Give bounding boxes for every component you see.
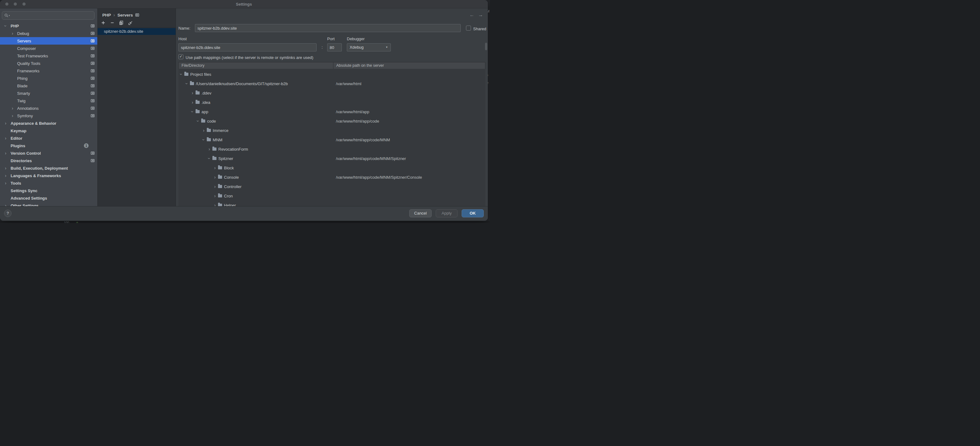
chevron-icon[interactable] [213, 185, 216, 188]
mapping-row-mnm[interactable]: MNM /var/www/html/app/code/MNM [178, 135, 485, 144]
chevron-icon[interactable] [197, 119, 200, 123]
sidebar-item-annotations[interactable]: Annotations [0, 105, 97, 112]
zoom-window-button[interactable] [22, 3, 25, 6]
sidebar-item-settings-sync[interactable]: Settings Sync [0, 187, 97, 194]
sidebar-item-test-frameworks[interactable]: Test Frameworks [0, 52, 97, 60]
chevron-icon[interactable] [208, 148, 211, 151]
chevron-icon[interactable] [202, 129, 205, 132]
port-input[interactable] [327, 43, 342, 51]
chevron-icon[interactable] [4, 204, 7, 206]
sidebar-item-blade[interactable]: Blade [0, 82, 97, 89]
sidebar-item-other-settings[interactable]: Other Settings [0, 202, 97, 206]
chevron-icon[interactable] [4, 182, 7, 185]
copy-icon[interactable] [119, 20, 124, 25]
server-list-item-spitzner-b2b-ddev-site[interactable]: spitzner-b2b.ddev.site [98, 28, 176, 35]
chevron-icon[interactable] [4, 24, 7, 27]
remove-icon[interactable] [110, 20, 115, 25]
cancel-button[interactable]: Cancel [409, 209, 432, 217]
chevron-icon[interactable] [4, 137, 7, 140]
help-button[interactable]: ? [4, 210, 11, 217]
sidebar-item-debug[interactable]: Debug [0, 30, 97, 37]
add-icon[interactable] [101, 20, 106, 25]
mapping-row-idea[interactable]: .idea [178, 98, 485, 107]
sidebar-item-version-control[interactable]: Version Control [0, 150, 97, 157]
sidebar-item-tools[interactable]: Tools [0, 179, 97, 187]
chevron-icon[interactable] [213, 194, 216, 198]
mapping-local-path: .idea [202, 100, 210, 105]
sidebar-item-symfony[interactable]: Symfony [0, 112, 97, 119]
sidebar-item-directories[interactable]: Directories [0, 157, 97, 164]
back-arrow-icon[interactable]: ← [469, 12, 474, 18]
sidebar-item-languages-frameworks[interactable]: Languages & Frameworks [0, 172, 97, 179]
import-icon[interactable] [128, 20, 133, 25]
sidebar-item-php[interactable]: PHP [0, 22, 97, 30]
folder-icon [196, 110, 200, 113]
breadcrumb-parent[interactable]: PHP [102, 13, 111, 18]
sidebar-item-quality-tools[interactable]: Quality Tools [0, 60, 97, 67]
sidebar-item-plugins[interactable]: Plugins 1 [0, 142, 97, 150]
mapping-row-users-danielknudsen-documents-git-spitzner-b2b[interactable]: /Users/danielknudsen/Documents/GIT/spitz… [178, 79, 485, 88]
sidebar-item-editor[interactable]: Editor [0, 134, 97, 142]
chevron-icon[interactable] [4, 151, 7, 155]
chevron-icon[interactable] [4, 122, 7, 125]
use-path-mappings-checkbox[interactable]: ✓ [178, 54, 183, 59]
chevron-icon[interactable] [185, 82, 188, 85]
chevron-icon[interactable] [213, 166, 216, 169]
sidebar-item-build-execution-deployment[interactable]: Build, Execution, Deployment [0, 164, 97, 172]
mapping-row-controller[interactable]: Controller [178, 182, 485, 191]
ok-button[interactable]: OK [461, 209, 484, 217]
chevron-icon[interactable] [191, 101, 194, 104]
sidebar-item-frameworks[interactable]: Frameworks [0, 67, 97, 75]
sidebar-item-phing[interactable]: Phing [0, 75, 97, 82]
mapping-row-code[interactable]: code /var/www/html/app/code [178, 116, 485, 126]
search-input[interactable] [11, 13, 86, 18]
chevron-icon[interactable] [11, 32, 14, 35]
dialog-footer: ? Cancel Apply OK [0, 206, 488, 221]
mapping-row-spitzner[interactable]: Spitzner /var/www/html/app/code/MNM/Spit… [178, 154, 485, 163]
mapping-row-cron[interactable]: Cron [178, 191, 485, 201]
mapping-row-block[interactable]: Block [178, 163, 485, 172]
mapping-row-helper[interactable]: Helper [178, 201, 485, 206]
chevron-icon[interactable] [213, 175, 216, 179]
mapping-row-project-files[interactable]: Project files [178, 70, 485, 79]
mapping-row-console[interactable]: Console /var/www/html/app/code/MNM/Spitz… [178, 172, 485, 182]
chevron-icon[interactable] [180, 73, 183, 76]
mapping-row-revocationform[interactable]: RevocationForm [178, 144, 485, 154]
mapping-row-app[interactable]: app /var/www/html/app [178, 107, 485, 116]
forward-arrow-icon[interactable]: → [478, 12, 483, 18]
chevron-icon[interactable] [11, 114, 14, 117]
chevron-icon[interactable] [213, 204, 216, 206]
chevron-icon[interactable] [4, 174, 7, 177]
name-input[interactable] [195, 24, 461, 32]
chevron-icon[interactable] [208, 157, 211, 160]
apply-button[interactable]: Apply [436, 209, 458, 217]
mapping-row-immerce[interactable]: Immerce [178, 126, 485, 135]
sidebar-item-appearance-behavior[interactable]: Appearance & Behavior [0, 119, 97, 127]
sidebar-item-twig[interactable]: Twig [0, 97, 97, 105]
sidebar-item-keymap[interactable]: Keymap [0, 127, 97, 134]
close-window-button[interactable] [5, 3, 8, 6]
debugger-label: Debugger [347, 37, 364, 41]
chevron-icon[interactable] [4, 167, 7, 170]
folder-icon [212, 157, 216, 160]
settings-search-box[interactable]: ▾ [2, 11, 94, 20]
chevron-icon[interactable] [11, 107, 14, 110]
sidebar-item-composer[interactable]: Composer [0, 45, 97, 52]
sidebar-item-servers[interactable]: Servers [0, 37, 97, 45]
column-header-absolute-path[interactable]: Absolute path on the server [336, 63, 384, 68]
debugger-select[interactable]: Xdebug ▼ [347, 43, 391, 51]
sidebar-item-label: Quality Tools [17, 61, 40, 66]
chevron-icon[interactable] [191, 91, 194, 94]
sidebar-item-advanced-settings[interactable]: Advanced Settings [0, 194, 97, 202]
host-input[interactable] [178, 43, 317, 51]
chevron-icon[interactable] [191, 110, 194, 113]
search-options-caret-icon[interactable]: ▾ [9, 14, 10, 17]
sidebar-item-smarty[interactable]: Smarty [0, 89, 97, 97]
scrollbar-thumb[interactable] [485, 43, 487, 50]
shared-checkbox[interactable]: ✓ [466, 25, 471, 30]
mapping-local-path: Console [224, 175, 239, 180]
minimize-window-button[interactable] [14, 3, 17, 6]
column-header-file-directory[interactable]: File/Directory [181, 63, 205, 68]
mapping-row-ddev[interactable]: .ddev [178, 88, 485, 98]
chevron-icon[interactable] [202, 138, 205, 141]
